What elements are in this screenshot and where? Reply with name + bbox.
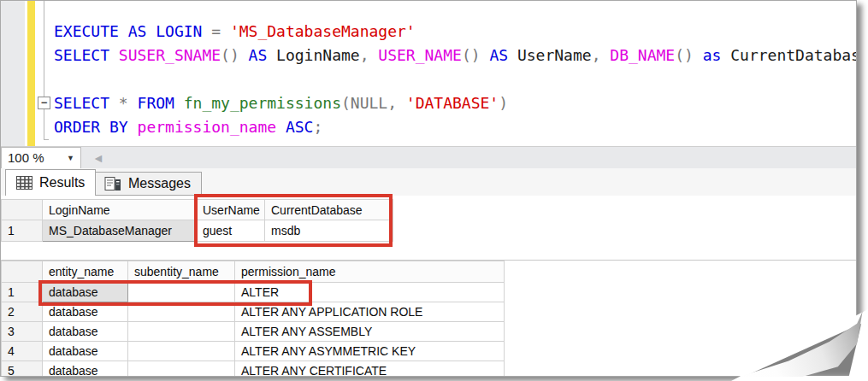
code-outline-guide-end bbox=[44, 139, 49, 140]
code-token: LoginName bbox=[276, 46, 360, 64]
code-line: ORDER BY permission_name ASC; bbox=[54, 115, 856, 139]
change-tracking-bar bbox=[27, 1, 35, 146]
tab-results[interactable]: Results bbox=[5, 169, 96, 196]
page-background: − EXECUTE AS LOGIN = 'MS_DatabaseManager… bbox=[0, 0, 868, 381]
code-token: CurrentDatabase bbox=[730, 46, 857, 64]
code-token: () bbox=[675, 46, 703, 64]
editor-statusbar: 100 % ▼ ◄ bbox=[1, 146, 856, 168]
grid-cell[interactable]: MS_DatabaseManager bbox=[43, 220, 197, 242]
code-token: = bbox=[211, 22, 230, 40]
tab-results-label: Results bbox=[39, 175, 85, 190]
code-token: ) bbox=[499, 94, 508, 112]
code-outline-guide bbox=[44, 1, 44, 140]
scroll-left-icon[interactable]: ◄ bbox=[92, 147, 104, 169]
code-token: , bbox=[360, 46, 379, 64]
code-token: ORDER BY bbox=[54, 118, 138, 136]
sql-editor[interactable]: − EXECUTE AS LOGIN = 'MS_DatabaseManager… bbox=[1, 1, 856, 146]
code-token: EXECUTE AS LOGIN bbox=[54, 22, 211, 40]
column-header-loginname[interactable]: LoginName bbox=[43, 200, 197, 220]
sql-code[interactable]: EXECUTE AS LOGIN = 'MS_DatabaseManager'S… bbox=[54, 20, 856, 139]
row-header[interactable]: 3 bbox=[2, 322, 43, 342]
code-line: EXECUTE AS LOGIN = 'MS_DatabaseManager' bbox=[54, 20, 856, 44]
column-header-permission-name[interactable]: permission_name bbox=[235, 261, 505, 283]
grid-cell[interactable]: ALTER ANY ASSEMBLY bbox=[235, 322, 505, 342]
collapse-region-toggle-icon[interactable]: − bbox=[38, 97, 50, 109]
code-token: () bbox=[221, 46, 249, 64]
code-token: ASC bbox=[286, 118, 314, 136]
code-token: USER_NAME bbox=[378, 46, 462, 64]
code-token: fn_my_permissions bbox=[184, 94, 341, 112]
code-token: 'DATABASE' bbox=[406, 94, 499, 112]
annotation-box-alter-permission-row bbox=[38, 280, 312, 306]
messages-icon bbox=[104, 176, 121, 191]
row-header[interactable]: 4 bbox=[2, 342, 43, 361]
results-tabbar: Results Messages bbox=[1, 168, 856, 196]
column-header-subentity-name[interactable]: subentity_name bbox=[128, 261, 235, 283]
editor-indicator-margin bbox=[1, 1, 25, 146]
grid-cell[interactable]: database bbox=[43, 361, 128, 378]
grid-cell[interactable]: database bbox=[43, 342, 128, 361]
code-token: , bbox=[592, 46, 611, 64]
grid-corner-cell[interactable] bbox=[2, 261, 43, 283]
tab-messages-label: Messages bbox=[128, 176, 191, 191]
row-header[interactable]: 1 bbox=[2, 283, 43, 302]
code-token: AS bbox=[249, 46, 277, 64]
zoom-level-dropdown[interactable]: 100 % ▼ bbox=[1, 147, 81, 169]
ssms-query-window: − EXECUTE AS LOGIN = 'MS_DatabaseManager… bbox=[0, 0, 857, 377]
column-header-entity-name[interactable]: entity_name bbox=[43, 261, 128, 283]
grid-cell[interactable] bbox=[128, 342, 235, 361]
code-line bbox=[54, 67, 856, 91]
code-token: SELECT bbox=[54, 94, 119, 112]
code-token: SELECT bbox=[54, 46, 119, 64]
code-token: SUSER_SNAME bbox=[119, 46, 221, 64]
grid-cell[interactable]: database bbox=[43, 322, 128, 342]
code-token: UserName bbox=[517, 46, 592, 64]
grid-cell[interactable] bbox=[128, 322, 235, 342]
page-curl bbox=[731, 309, 868, 381]
row-header[interactable]: 1 bbox=[2, 220, 43, 242]
code-token: DB_NAME bbox=[610, 46, 675, 64]
code-token: () bbox=[462, 46, 490, 64]
code-line: SELECT SUSER_SNAME() AS LoginName, USER_… bbox=[54, 44, 856, 67]
grid-cell[interactable]: ALTER ANY ASYMMETRIC KEY bbox=[235, 342, 505, 361]
code-line: SELECT * FROM fn_my_permissions(NULL, 'D… bbox=[54, 91, 856, 115]
code-token: (NULL, bbox=[341, 94, 406, 112]
grid-cell[interactable]: ALTER ANY CERTIFICATE bbox=[235, 361, 505, 378]
code-token: 'MS_DatabaseManager' bbox=[230, 22, 416, 40]
table-row: 3databaseALTER ANY ASSEMBLY bbox=[2, 322, 505, 342]
code-token: as bbox=[703, 46, 731, 64]
code-token: permission_name bbox=[138, 118, 286, 136]
code-token: AS bbox=[489, 46, 517, 64]
table-row: 4databaseALTER ANY ASYMMETRIC KEY bbox=[2, 342, 505, 361]
horizontal-scrollbar[interactable]: ◄ bbox=[82, 147, 856, 168]
table-grid-icon bbox=[16, 176, 32, 190]
row-header[interactable]: 5 bbox=[2, 361, 43, 378]
annotation-box-username-currentdatabase bbox=[194, 194, 393, 247]
grid-cell[interactable] bbox=[128, 361, 235, 378]
zoom-level-value: 100 % bbox=[8, 150, 44, 165]
table-row: 5databaseALTER ANY CERTIFICATE bbox=[2, 361, 505, 378]
code-token: FROM bbox=[138, 94, 184, 112]
tab-messages[interactable]: Messages bbox=[93, 172, 202, 196]
grid-corner-cell[interactable] bbox=[2, 200, 43, 220]
results-grid-permissions: entity_namesubentity_namepermission_name… bbox=[1, 261, 505, 377]
code-token: ; bbox=[313, 118, 322, 136]
code-token: * bbox=[119, 94, 138, 112]
row-header[interactable]: 2 bbox=[2, 302, 43, 322]
chevron-down-icon[interactable]: ▼ bbox=[67, 148, 74, 168]
